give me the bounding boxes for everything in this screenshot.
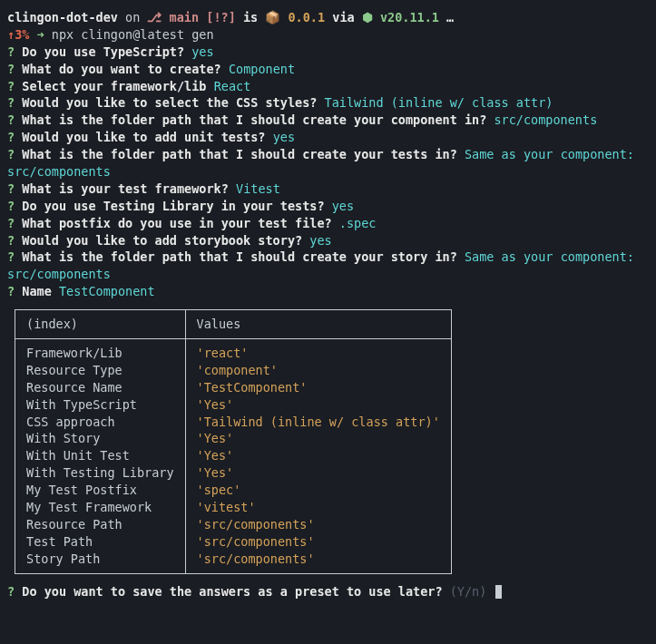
table-value: 'component' xyxy=(197,362,440,379)
prompt-line: ? What is the folder path that I should … xyxy=(7,249,649,283)
prompt-line: ? Would you like to select the CSS style… xyxy=(7,94,649,112)
table-key: With TypeScript xyxy=(26,396,174,414)
final-prompt[interactable]: ? Do you want to save the answers as a p… xyxy=(7,583,649,600)
table-key: My Test Framework xyxy=(26,499,174,516)
table-key: Story Path xyxy=(26,551,174,568)
question-mark-icon: ? xyxy=(7,112,15,127)
table-key: Resource Path xyxy=(26,516,174,533)
shell-prompt-header: clingon-dot-dev on ⎇ main [!?] is 📦 0.0.… xyxy=(7,9,649,26)
prompt-line: ? Select your framework/lib React xyxy=(7,78,649,95)
question-mark-icon: ? xyxy=(7,233,15,248)
table-key: Resource Type xyxy=(26,362,174,379)
prompt-answer: yes xyxy=(191,44,213,59)
prompt-answer: Tailwind (inline w/ class attr) xyxy=(325,95,553,110)
prompt-question: What is your test framework? xyxy=(22,181,229,196)
table-key: Test Path xyxy=(26,533,174,551)
prompt-line: ? What is the folder path that I should … xyxy=(7,112,649,129)
prompt-line: ? What do you want to create? Component xyxy=(7,61,649,78)
question-mark-icon: ? xyxy=(7,249,15,264)
table-value: 'src/components' xyxy=(197,516,440,533)
prompt-line: ? Would you like to add storybook story?… xyxy=(7,232,649,249)
table-value: 'Yes' xyxy=(197,396,440,414)
table-key: With Unit Test xyxy=(26,447,174,464)
table-value: 'react' xyxy=(197,345,440,362)
via-text: via xyxy=(332,10,354,24)
header-index: (index) xyxy=(15,310,186,339)
prompt-question: What is the folder path that I should cr… xyxy=(22,147,457,161)
table-value: 'vitest' xyxy=(197,499,440,516)
prompt-line: ? What postfix do you use in your test f… xyxy=(7,215,649,232)
final-hint: (Y/n) xyxy=(450,584,487,599)
table-keys-cell: Framework/LibResource TypeResource NameW… xyxy=(15,339,186,574)
prompt-arrow-icon: ➜ xyxy=(37,27,44,42)
question-mark-icon: ? xyxy=(7,95,15,110)
table-value: 'Tailwind (inline w/ class attr)' xyxy=(197,414,440,431)
table-key: With Testing Library xyxy=(26,464,174,482)
table-key: CSS approach xyxy=(26,414,174,431)
prompt-question: What is the folder path that I should cr… xyxy=(22,112,486,127)
table-value: 'Yes' xyxy=(197,447,440,464)
prompt-line: ? Would you like to add unit tests? yes xyxy=(7,129,649,146)
prompt-answer: Component xyxy=(229,62,295,76)
question-mark-icon: ? xyxy=(7,44,15,59)
project-name: clingon-dot-dev xyxy=(7,10,118,24)
question-mark-icon: ? xyxy=(7,216,15,230)
question-mark-icon: ? xyxy=(7,130,15,144)
header-values: Values xyxy=(185,310,451,339)
table-value: 'Yes' xyxy=(197,430,440,447)
prompts-list: ? Do you use TypeScript? yes? What do yo… xyxy=(7,44,649,300)
final-question: Do you want to save the answers as a pre… xyxy=(22,584,442,599)
question-mark-icon: ? xyxy=(7,181,15,196)
table-key: Framework/Lib xyxy=(26,345,174,362)
table-key: My Test Postfix xyxy=(26,482,174,499)
prompt-line: ? What is the folder path that I should … xyxy=(7,146,649,181)
prompt-question: Select your framework/lib xyxy=(22,79,206,93)
table-value: 'src/components' xyxy=(197,551,440,568)
git-branch-icon: ⎇ xyxy=(147,9,162,26)
prompt-question: What postfix do you use in your test fil… xyxy=(22,216,331,230)
prompt-answer: yes xyxy=(309,233,331,248)
branch-name: main xyxy=(170,10,200,24)
package-version: 0.0.1 xyxy=(288,10,325,24)
cursor-icon xyxy=(495,585,502,599)
summary-table: (index) Values Framework/LibResource Typ… xyxy=(15,309,452,573)
prompt-answer: TestComponent xyxy=(59,284,155,298)
on-text: on xyxy=(125,10,140,24)
question-mark-icon: ? xyxy=(7,199,15,213)
table-values-cell: 'react''component''TestComponent''Yes''T… xyxy=(185,339,451,574)
table-value: 'Yes' xyxy=(197,464,440,482)
prompt-answer: src/components xyxy=(494,112,597,127)
table-key: With Story xyxy=(26,430,174,447)
status-percent: ↑3% xyxy=(7,27,29,42)
prompt-question: Would you like to select the CSS styles? xyxy=(22,95,317,110)
prompt-line: ? Name TestComponent xyxy=(7,283,649,300)
is-text: is xyxy=(243,10,258,24)
table-key: Resource Name xyxy=(26,379,174,396)
prompt-question: Would you like to add unit tests? xyxy=(22,130,265,144)
prompt-question: Do you use Testing Library in your tests… xyxy=(22,199,324,213)
table-value: 'spec' xyxy=(197,482,440,499)
prompt-question: Do you use TypeScript? xyxy=(22,44,184,59)
question-mark-icon: ? xyxy=(7,584,15,599)
command-line[interactable]: ↑3% ➜ npx clingon@latest gen xyxy=(7,26,649,44)
prompt-answer: Vitest xyxy=(236,181,280,196)
question-mark-icon: ? xyxy=(7,284,15,298)
prompt-answer: .spec xyxy=(339,216,377,230)
node-version: v20.11.1 xyxy=(380,10,439,24)
command-text: npx clingon@latest gen xyxy=(52,27,214,42)
node-icon: ⬢ xyxy=(362,10,373,24)
table-value: 'TestComponent' xyxy=(197,379,440,396)
prompt-line: ? Do you use TypeScript? yes xyxy=(7,44,649,61)
branch-status: [!?] xyxy=(206,10,236,24)
table-header-row: (index) Values xyxy=(15,310,452,339)
prompt-answer: React xyxy=(214,79,251,93)
prompt-question: What is the folder path that I should cr… xyxy=(22,249,457,264)
table-row: Framework/LibResource TypeResource NameW… xyxy=(15,339,452,574)
prompt-question: Name xyxy=(22,284,52,298)
question-mark-icon: ? xyxy=(7,62,15,76)
prompt-line: ? Do you use Testing Library in your tes… xyxy=(7,198,649,215)
package-icon: 📦 xyxy=(265,10,280,24)
prompt-question: What do you want to create? xyxy=(22,62,220,76)
prompt-answer: yes xyxy=(273,130,295,144)
question-mark-icon: ? xyxy=(7,79,15,93)
